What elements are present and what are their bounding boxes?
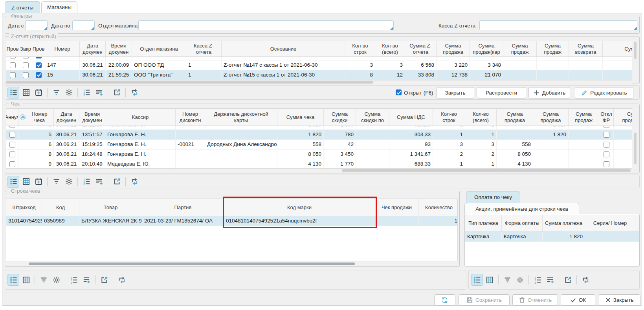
open-external-button[interactable]	[98, 274, 110, 286]
column-header[interactable]: Касса Z-отчета	[186, 41, 222, 57]
calendar-view-button[interactable]	[33, 87, 44, 98]
scrollbar-thumb[interactable]	[634, 42, 637, 59]
column-header[interactable]: Количество	[418, 199, 458, 216]
tab-stores[interactable]: Магазины	[41, 1, 77, 13]
column-header[interactable]: Кассир	[105, 109, 176, 126]
column-header[interactable]: Сумма продажа	[437, 41, 470, 57]
column-header[interactable]: Код марки	[224, 199, 375, 216]
column-header[interactable]: Сумма продаж	[569, 109, 599, 126]
column-header[interactable]: Дата докумен	[54, 109, 79, 126]
refresh-button[interactable]	[434, 294, 455, 306]
grid-view-button[interactable]	[20, 274, 32, 286]
column-header[interactable]: Сумма продажа	[533, 109, 569, 126]
tab-promotions[interactable]: Акции, применённые для строки чека	[464, 203, 579, 214]
list-view-button[interactable]	[7, 274, 19, 286]
column-header[interactable]: Сумма возврата	[569, 41, 603, 57]
column-header[interactable]: Основание	[222, 41, 345, 57]
column-header[interactable]: Откл ФР	[599, 109, 614, 126]
column-header[interactable]: Номер дисконтн	[176, 109, 205, 126]
numbered-list-button[interactable]: 123	[81, 87, 92, 98]
column-header[interactable]: Кол-во (всего)	[375, 41, 405, 57]
scrollbar-thumb[interactable]	[634, 133, 637, 164]
column-header[interactable]: Партия	[142, 199, 224, 216]
kassa-input[interactable]	[479, 20, 637, 30]
column-header[interactable]: Время докумен	[79, 109, 105, 126]
column-header[interactable]: Товар	[79, 199, 142, 216]
column-header[interactable]: Сумма проданных	[614, 109, 632, 126]
checkbox-unchecked[interactable]	[9, 132, 15, 138]
list-view-button[interactable]	[7, 176, 19, 188]
table-row[interactable]: 130.06.2113:11:50Истомина С. С.1 9101 66…	[6, 126, 632, 130]
table-row[interactable]: 14730.06.2122:00:09ОП ООО ТД1Z-отчет №14…	[6, 60, 632, 70]
grid-view-button[interactable]	[484, 274, 495, 286]
column-header[interactable]: Форма оплаты	[502, 215, 543, 232]
column-header[interactable]: Сумма продаж	[503, 41, 537, 57]
ok-button[interactable]: ОК	[561, 294, 595, 306]
open-external-button[interactable]	[562, 274, 574, 286]
checkbox-unchecked[interactable]	[10, 72, 16, 78]
table-row[interactable]: 1630.06.2119:30:11ООО "Элема Ритейл" ИП1…	[6, 57, 632, 60]
add-button[interactable]: Добавить	[528, 87, 570, 98]
column-header[interactable]: Сумма платежа	[543, 215, 585, 232]
checkbox-checked[interactable]	[36, 62, 42, 68]
numbered-list-button[interactable]: 123	[81, 176, 92, 188]
column-header[interactable]: Время докумен	[106, 41, 132, 57]
column-header[interactable]: Аннул	[6, 109, 18, 126]
checkbox-unchecked[interactable]	[23, 72, 29, 78]
column-header[interactable]: Кол-во (всего)	[465, 109, 497, 126]
save-button[interactable]: Сохранить	[459, 294, 510, 306]
checkbox-checked[interactable]	[36, 57, 42, 58]
grid-view-button[interactable]	[20, 87, 32, 98]
tab-zreports[interactable]: Z-отчеты	[5, 1, 40, 13]
settings-gear-button[interactable]	[514, 274, 526, 286]
checkbox-unchecked[interactable]	[604, 132, 609, 138]
checkbox-unchecked[interactable]	[10, 57, 16, 58]
checkbox-checked[interactable]	[36, 72, 42, 78]
playlist-add-button[interactable]	[93, 176, 105, 188]
table-row[interactable]: 530.06.2113:51:57Гончарова Е. Н.1 820780…	[6, 130, 632, 140]
settings-gear-button[interactable]	[50, 274, 62, 286]
store-dept-input[interactable]	[138, 20, 394, 30]
column-header[interactable]: Чек продажи	[375, 199, 418, 216]
column-header[interactable]: Держатель дисконтной карты	[205, 109, 277, 126]
checkbox-unchecked[interactable]	[10, 62, 16, 68]
checkbox-unchecked[interactable]	[604, 142, 609, 148]
settings-gear-button[interactable]	[63, 87, 75, 98]
refresh-repeat-button[interactable]	[128, 87, 140, 98]
checkbox-unchecked[interactable]	[23, 57, 29, 58]
scrollbar-thumb[interactable]	[342, 169, 631, 172]
table-row[interactable]: КарточкаКарточка1 820	[465, 232, 639, 242]
column-header[interactable]: Сумма НДС	[389, 109, 433, 126]
distribute-button[interactable]: Распровести	[477, 87, 526, 98]
column-header[interactable]: Отдел магазина	[132, 41, 186, 57]
scrollbar-thumb[interactable]	[6, 81, 373, 84]
checkbox-unchecked[interactable]	[9, 161, 15, 167]
list-view-button[interactable]	[7, 87, 19, 98]
date-to-input[interactable]	[72, 20, 95, 30]
column-header[interactable]: Кол-во строк	[433, 109, 465, 126]
column-header[interactable]: Штрихкод	[6, 199, 42, 216]
filter-button[interactable]	[501, 274, 513, 286]
playlist-add-button[interactable]	[93, 87, 105, 98]
settings-gear-button[interactable]	[63, 176, 75, 188]
table-row[interactable]: 630.06.2115:19:25Гончарова Е. Н.-00021До…	[6, 140, 632, 150]
grid-view-button[interactable]	[20, 176, 32, 188]
column-header[interactable]: Сумма продаж(кар	[470, 41, 503, 57]
tab-payment[interactable]: Оплата по чеку	[466, 191, 520, 203]
edit-button[interactable]: Редактировать	[575, 87, 633, 98]
refresh-repeat-button[interactable]	[128, 176, 140, 188]
checkbox-unchecked[interactable]	[604, 126, 609, 128]
column-header[interactable]: Сумма продажа	[497, 109, 533, 126]
cancel-button[interactable]: Отменить	[512, 294, 558, 306]
filter-button[interactable]	[50, 87, 62, 98]
column-header[interactable]: Сумма чека	[277, 109, 324, 126]
column-header[interactable]: Сумма продаж	[537, 41, 569, 57]
list-view-button[interactable]	[471, 274, 483, 286]
table-row[interactable]: 930.06.2120:10:49Медведева Е. Ю.4 1301 7…	[6, 159, 632, 169]
column-header[interactable]: Пров	[6, 41, 19, 57]
table-row[interactable]: 1530.06.2121:59:25ООО "Три кота"1Z-отчет…	[6, 70, 632, 80]
open-external-button[interactable]	[111, 87, 123, 98]
checkbox-unchecked[interactable]	[23, 62, 29, 68]
column-header[interactable]: Кол-во строк	[345, 41, 375, 57]
table-row[interactable]: 830.06.2118:24:48Гончарова Е. Н.8 0503 4…	[6, 150, 632, 159]
